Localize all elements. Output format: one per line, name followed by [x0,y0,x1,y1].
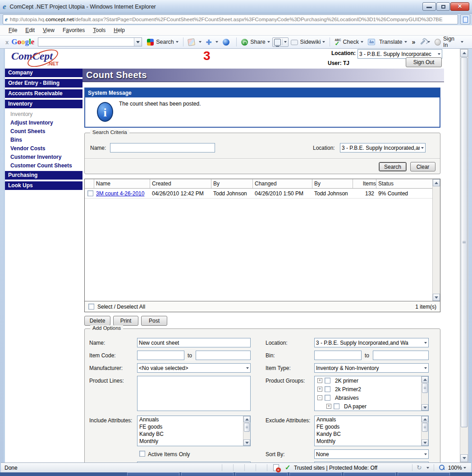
page-zoom-icon[interactable] [460,14,470,24]
sidebar-subitem-count-sheets[interactable]: Count Sheets [5,127,82,136]
col-created[interactable]: Created [150,179,211,188]
post-button[interactable]: Post [141,316,167,326]
zoom-icon[interactable] [439,465,445,470]
menu-file[interactable]: File [5,27,21,33]
sidebar-item-order-entry-billing[interactable]: Order Entry - Billing [5,79,82,88]
scroll-up-icon[interactable] [433,179,440,186]
minimize-button[interactable] [422,2,436,11]
scroll-up-icon[interactable] [422,376,428,383]
scroll-down-icon[interactable] [433,294,440,301]
sidebar-subitem-customer-count-sheets[interactable]: Customer Count Sheets [5,162,82,170]
sign-out-button[interactable]: Sign Out [406,57,442,67]
expand-icon[interactable]: + [326,404,331,409]
list-item[interactable]: Kandy BC [315,430,428,438]
close-button[interactable] [450,2,469,11]
scroll-up-icon[interactable] [243,416,250,422]
security-dropdown-icon[interactable] [426,467,429,469]
list-item[interactable]: Annuals [315,416,428,423]
search-name-input[interactable] [110,143,215,153]
blocked-popup-icon[interactable] [273,464,279,471]
item-code-to-input[interactable] [196,351,251,360]
collapse-icon[interactable]: - [317,395,322,400]
toolbar-close-icon[interactable]: x [3,39,11,46]
group-checkbox[interactable] [325,378,330,384]
bookmarks-button[interactable] [186,39,204,46]
scroll-down-icon[interactable] [422,439,428,446]
table-scrollbar[interactable] [432,179,440,301]
scrollbar-thumb[interactable] [461,57,467,427]
sidebar-item-company[interactable]: Company [5,69,82,77]
search-location-select[interactable]: 3 - P.B.E. Supply Incorporated,anc [340,143,426,153]
list-scrollbar[interactable] [421,416,428,446]
menu-help[interactable]: Help [110,27,129,33]
zoom-level[interactable]: 100% [448,465,462,471]
sort-by-select[interactable]: None [314,449,429,459]
google-search-input[interactable] [38,37,142,46]
sidebar-subitem-vendor-costs[interactable]: Vendor Costs [5,144,82,153]
protected-mode-icon[interactable]: ↻ [417,464,422,471]
list-item[interactable]: Kandy BC [137,430,250,438]
add-location-select[interactable]: 3 - P.B.E. Supply Incorporated,and Wa [314,338,429,347]
menu-edit[interactable]: Edit [21,27,39,33]
sidebar-item-look-ups[interactable]: Look Ups [5,181,82,190]
list-item[interactable]: FE goods [315,423,428,430]
exclude-attributes-listbox[interactable]: Annuals FE goods Kandy BC Monthly [314,416,429,446]
col-created-by[interactable]: By [211,179,253,188]
product-groups-tree[interactable]: + 2K primer + 2k Primer2 - Abrasives + D… [314,376,429,411]
toolbar-settings-button[interactable] [418,39,432,45]
menu-tools[interactable]: Tools [89,27,110,33]
group-checkbox[interactable] [325,395,330,401]
sidewiki-button[interactable]: Sidewiki [289,39,328,45]
restore-button[interactable] [436,2,450,11]
col-name[interactable]: Name [94,179,150,188]
send-to-button[interactable] [272,37,289,47]
google-earth-button[interactable] [220,39,234,46]
count-sheet-link[interactable]: 3M count 4-26-2010 [96,190,144,197]
toolbar-overflow-icon[interactable]: » [409,38,418,46]
sidebar-item-inventory[interactable]: Inventory [5,100,82,108]
tree-scrollbar[interactable] [421,376,428,411]
row-checkbox[interactable] [87,190,93,196]
expand-icon[interactable]: + [317,378,322,383]
list-item[interactable]: Monthly [315,438,428,445]
spellcheck-button[interactable]: ABC✓ Check [332,39,366,46]
sidebar-item-accounts-receivable[interactable]: Accounts Receivable [5,89,82,98]
scroll-down-icon[interactable] [422,404,428,411]
clear-button[interactable]: Clear [410,162,435,171]
list-scrollbar[interactable] [243,416,250,446]
list-item[interactable]: FE goods [137,423,250,430]
scroll-down-icon[interactable] [460,454,468,462]
expand-icon[interactable]: + [317,387,322,392]
sidebar-item-purchasing[interactable]: Purchasing [5,171,82,180]
sidebar-subitem-customer-inventory[interactable]: Customer Inventory [5,153,82,162]
col-status[interactable]: Status [376,179,432,188]
list-item[interactable]: Annuals [137,416,250,423]
include-attributes-listbox[interactable]: Annuals FE goods Kandy BC Monthly [137,416,251,446]
active-items-checkbox[interactable] [139,451,145,457]
item-code-from-input[interactable] [137,351,184,360]
share-button[interactable]: Share [239,39,272,46]
item-type-select[interactable]: Inventory & Non-Inventory [314,363,429,373]
zoom-dropdown-icon[interactable] [463,467,466,469]
scroll-down-icon[interactable] [243,439,250,446]
url-input[interactable]: e http://utopia.hq.comcept.net/default.a… [3,14,458,24]
select-all-checkbox[interactable] [88,304,94,310]
add-gadgets-button[interactable]: ✚ [204,39,221,46]
list-item[interactable]: Monthly [137,438,250,445]
product-lines-listbox[interactable] [137,376,251,411]
sidebar-subitem-adjust-inventory[interactable]: Adjust Inventory [5,119,82,127]
group-checkbox[interactable] [325,386,330,392]
signin-button[interactable]: Sign In [432,36,466,48]
bin-from-input[interactable] [314,351,362,360]
group-checkbox[interactable] [334,403,339,409]
manufacturer-select[interactable]: <No value selected> [137,363,251,373]
delete-button[interactable]: Delete [84,316,110,326]
col-items[interactable]: Items [353,179,376,188]
search-button[interactable]: Search [379,162,407,171]
google-search-button[interactable]: Search [145,39,181,46]
search-history-dropdown[interactable] [134,38,142,46]
col-changed-by[interactable]: By [312,179,353,188]
translate-button[interactable]: âa Translate [366,39,409,45]
col-changed[interactable]: Changed [253,179,312,188]
menu-view[interactable]: View [39,27,59,33]
